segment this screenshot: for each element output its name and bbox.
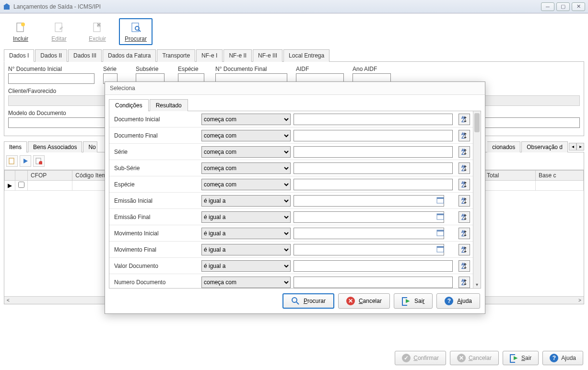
sort-az-button[interactable]: AZ — [459, 228, 470, 239]
row-checkbox[interactable] — [18, 182, 24, 188]
maximize-button[interactable]: ▢ — [556, 2, 570, 11]
condition-label: Movimento Inicial — [112, 230, 199, 237]
editar-button[interactable]: Editar — [42, 18, 76, 45]
excluir-button[interactable]: ✕ Excluir — [81, 18, 114, 45]
tab-dados-fatura[interactable]: Dados da Fatura — [103, 49, 156, 62]
subtab-truncated[interactable]: No — [83, 141, 97, 152]
procurar-button[interactable]: Procurar — [119, 18, 153, 45]
sort-az-button[interactable]: AZ — [459, 211, 470, 223]
sort-az-button[interactable]: AZ — [459, 179, 470, 190]
sort-az-button[interactable]: AZ — [459, 146, 470, 158]
condition-operator-select[interactable]: começa com — [201, 277, 291, 288]
subtab-scroll-left[interactable]: ◂ — [569, 143, 576, 150]
tab-condicoes[interactable]: Condições — [109, 99, 149, 111]
tab-nfe-iii[interactable]: NF-e III — [253, 49, 282, 62]
condition-value-input[interactable] — [294, 260, 453, 272]
condition-operator-select[interactable]: começa com — [201, 162, 291, 174]
condition-value-input[interactable] — [294, 130, 453, 141]
sort-az-button[interactable]: AZ — [459, 162, 470, 174]
condition-label: Numero Documento — [112, 279, 199, 286]
condition-operator-select[interactable]: é igual a — [201, 211, 291, 223]
condition-value-input[interactable] — [294, 277, 453, 288]
main-tabs: Dados I Dados II Dados III Dados da Fatu… — [4, 49, 584, 62]
condition-operator-select[interactable]: é igual a — [201, 195, 291, 207]
cancelar-button[interactable]: ✕ Cancelar — [450, 351, 499, 365]
ajuda-button[interactable]: ? Ajuda — [542, 351, 583, 365]
sort-az-button[interactable]: AZ — [459, 244, 470, 255]
condition-row: Espéciecomeça comAZ — [109, 176, 473, 193]
grid-col-base[interactable]: Base c — [535, 171, 583, 181]
footer-buttons: ✓ Confirmar ✕ Cancelar Sair ? Ajuda — [395, 351, 583, 365]
condition-operator-select[interactable]: é igual a — [201, 244, 291, 255]
condition-operator-select[interactable]: é igual a — [201, 228, 291, 239]
confirmar-button[interactable]: ✓ Confirmar — [395, 351, 446, 365]
condition-label: Movimento Final — [112, 246, 199, 253]
grid-delete-button[interactable] — [33, 155, 45, 167]
minimize-button[interactable]: ─ — [541, 2, 554, 11]
condition-row: Valor Documentoé igual aAZ — [109, 258, 473, 274]
input-num-doc-inicial[interactable] — [8, 73, 94, 84]
sair-label: air — [525, 355, 531, 361]
label-ano-aidf: Ano AIDF — [353, 66, 391, 72]
sort-az-button[interactable]: AZ — [459, 260, 470, 272]
condition-operator-select[interactable]: começa com — [201, 130, 291, 141]
scroll-right-icon[interactable]: > — [576, 297, 584, 303]
condition-operator-select[interactable]: é igual a — [201, 260, 291, 272]
dialog-vertical-scrollbar[interactable]: ▾ — [473, 111, 481, 288]
subtab-itens[interactable]: Itens — [4, 141, 27, 152]
sair-button[interactable]: Sair — [503, 351, 539, 365]
subtab-observacao[interactable]: Observação d — [521, 141, 568, 152]
condition-operator-select[interactable]: começa com — [201, 179, 291, 190]
dialog-procurar-button[interactable]: Procurar — [282, 293, 334, 309]
svg-marker-1 — [3, 3, 10, 6]
condition-value-input[interactable] — [294, 195, 444, 207]
condition-value-input[interactable] — [294, 179, 453, 190]
close-button[interactable]: ✕ — [572, 2, 585, 11]
tab-resultado[interactable]: Resultado — [150, 99, 188, 111]
tab-nfe-i[interactable]: NF-e I — [196, 49, 223, 62]
tab-transporte[interactable]: Transporte — [157, 49, 195, 62]
condition-label: Documento Inicial — [112, 116, 199, 123]
scrollbar-thumb[interactable] — [474, 113, 480, 132]
tab-nfe-ii[interactable]: NF-e II — [223, 49, 252, 62]
edit-doc-icon — [52, 21, 66, 35]
condition-value-input[interactable] — [294, 162, 453, 174]
dialog-sair-button[interactable]: Sair — [394, 293, 433, 309]
subtab-bens[interactable]: Bens Associados — [28, 141, 82, 152]
condition-value-input[interactable] — [294, 211, 444, 223]
condition-row: Documento Finalcomeça comAZ — [109, 127, 473, 144]
condition-value-input[interactable] — [294, 114, 453, 125]
dialog-ajuda-button[interactable]: ? Ajuda — [436, 293, 480, 309]
condition-operator-select[interactable]: começa com — [201, 114, 291, 125]
condition-value-input[interactable] — [294, 244, 444, 255]
condition-label: Valor Documento — [112, 263, 199, 269]
sort-az-button[interactable]: AZ — [459, 114, 470, 125]
subtab-relacionados[interactable]: cionados — [487, 141, 520, 152]
dialog-cancelar-button[interactable]: ✕ Cancelar — [338, 293, 390, 309]
incluir-button[interactable]: Incluir — [4, 18, 37, 45]
scroll-left-icon[interactable]: < — [4, 297, 12, 303]
tab-local-entrega[interactable]: Local Entrega — [283, 49, 329, 62]
sort-az-button[interactable]: AZ — [459, 130, 470, 141]
window-title: Lançamentos de Saída - ICMS/IPI — [13, 3, 541, 10]
sort-az-button[interactable]: AZ — [459, 195, 470, 207]
svg-rect-4 — [55, 23, 62, 32]
condition-operator-select[interactable]: começa com — [201, 146, 291, 158]
scrollbar-down-icon[interactable]: ▾ — [473, 282, 481, 287]
tab-dados-ii[interactable]: Dados II — [35, 49, 67, 62]
grid-col-cfop[interactable]: CFOP — [28, 171, 72, 181]
tab-dados-iii[interactable]: Dados III — [68, 49, 102, 62]
condition-label: Série — [112, 149, 199, 155]
grid-add-button[interactable] — [6, 155, 18, 167]
grid-play-button[interactable] — [20, 155, 31, 167]
condition-label: Sub-Série — [112, 165, 199, 172]
sort-az-button[interactable]: AZ — [459, 277, 470, 288]
dialog-ajuda-label: juda — [461, 298, 472, 304]
condition-value-input[interactable] — [294, 146, 453, 158]
condition-row: Movimento Finalé igual aAZ — [109, 242, 473, 258]
subtab-scroll-right[interactable]: ▸ — [576, 143, 584, 150]
condition-value-input[interactable] — [294, 228, 444, 239]
svg-line-80 — [296, 302, 299, 304]
tab-dados-i[interactable]: Dados I — [4, 49, 34, 62]
condition-row: Numero Documentocomeça comAZ — [109, 274, 473, 288]
